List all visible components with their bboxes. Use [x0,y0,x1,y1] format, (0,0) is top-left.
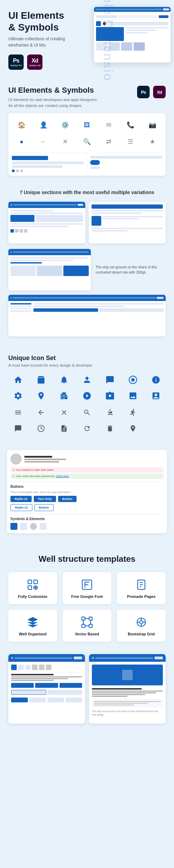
svg-rect-2 [132,379,134,381]
icon-home: 🏠 [12,119,32,131]
card3-text-aside: The ship set ground on the share of this… [94,249,166,291]
btn-radio-1[interactable]: Radio UI [10,496,32,502]
big-icon-user [77,373,97,387]
btn-text-1[interactable]: Text Only [34,496,56,502]
well-structure-title: Well structure templates [8,554,166,564]
pline2 [10,212,83,214]
bar3 [13,297,156,299]
feature-well-organized: Well Organized [8,610,57,642]
line-a [126,27,168,28]
dot3 [10,297,12,299]
big-icon-chat [100,373,120,387]
badge-photoshop: Ps Adobe Ps [8,55,24,70]
big-icon-search [77,406,97,419]
form-preview: ⚠ You content is older than video ✓ Your… [7,450,167,533]
btn-button-2[interactable]: Button [34,504,54,511]
ig1 [11,698,28,702]
bottom-card-left [8,654,85,724]
mini-top-row [11,665,82,670]
symbols-label: Symbols & Elements [10,517,164,521]
c3g3 [63,266,89,276]
toggle-on [90,160,100,165]
sep2 [10,514,164,514]
notif-link[interactable]: Click Here [56,475,69,478]
ps-icon-2: Ps [141,90,146,95]
pbox-gray [35,215,83,222]
btn-button-1[interactable]: Button [58,496,77,502]
bar1 [13,204,77,206]
c2-text-col [102,216,163,226]
icon-row-top: 🏠 👤 ⚙️ 🖼 ✉ 📞 📷 ● ← ✕ 🔍 ⇄ ☰ ★ [12,117,162,153]
icon-search: 🔍 [77,136,97,147]
c3g2 [37,266,62,276]
section2-text: UI Elements & Symbols UI elements for we… [8,86,134,113]
section2-badges: Ps Xd [137,86,166,98]
c3l2 [10,260,73,261]
cbtn1 [33,308,98,312]
form-section: ⚠ You content is older than video ✓ Your… [0,444,174,544]
c3-grid [10,266,89,276]
unique-text: 7 Unique sections with the most useful m… [8,189,166,196]
mt1 [11,665,17,670]
card2-body [89,202,166,235]
hbtn1 [74,657,82,659]
bootstrap-grid-icon [135,615,148,629]
icon-back: ← [34,136,54,147]
line-c [126,32,148,33]
big-blue-block [92,665,163,685]
big-icon-extra2 [146,422,166,435]
s-icon3 [19,229,23,233]
svg-rect-6 [34,580,38,584]
mockup-sep [96,19,168,20]
feature-label-6: Bootstrap Grid [128,632,155,636]
pline4 [10,226,69,227]
c2l6 [92,230,127,232]
hero-section: UI Elements & Symbols Ultimate collectio… [0,0,174,82]
ml1 [11,676,82,677]
icon-row-3 [8,406,166,419]
s-icon4 [24,229,27,233]
icon-row-1 [8,373,166,387]
ig2 [29,698,46,702]
big-icon-refresh [77,422,97,435]
form-right [87,156,163,172]
unique-text-bold: 7 Unique sections with the most useful m… [20,190,155,195]
m2 [33,306,125,307]
mockup-line-1 [96,15,117,18]
ui-elements-preview: 🏠 👤 ⚙️ 🖼 ✉ 📞 📷 ● ← ✕ 🔍 ⇄ ☰ ★ [8,113,166,176]
mockup-row-2 [96,21,168,26]
icon-grid-top: 🏠 👤 ⚙️ 🖼 ✉ 📞 📷 [12,117,162,133]
svg-rect-5 [28,580,32,584]
small-icons-row [10,229,83,233]
mini-icon-grid [11,698,82,702]
form-header-1 [12,156,48,160]
unique-section: 7 Unique sections with the most useful m… [0,189,174,348]
big-icon-placeholder2 [146,406,166,419]
thumb-4 [134,42,145,51]
sym2 [20,523,27,530]
svg-rect-17 [89,617,92,620]
c2l5 [92,228,163,229]
prow1 [10,215,83,222]
big-icon-building [54,389,74,403]
mt3 [25,665,31,670]
icon-section-sub: A must have iconset for every design & d… [8,363,166,367]
mockup-line-2 [118,15,158,18]
right-caption: The ship set ground on the share of this… [92,710,163,717]
svg-rect-18 [82,624,85,627]
preview-row-2: The ship set ground on the share of this… [8,249,166,291]
mini-btn-row-1 [11,683,82,688]
btn-radio-2[interactable]: Radio UI [10,504,32,511]
feature-label-5: Vector Based [75,632,99,636]
feature-label-1: Fully Customize [18,594,47,599]
feature-bootstrap-grid: Bootstrap Grid [117,610,166,642]
icon-camera: 📷 [142,119,162,131]
big-icon-doc [54,422,74,435]
section2-badge-xd: Xd [153,86,166,98]
preview-card-2 [89,202,166,243]
bottom-preview-section: The ship set ground on the share of this… [0,649,174,734]
aside-text: The ship set ground on the share of this… [96,265,164,275]
nav-bar [95,9,162,10]
btn3 [157,297,164,299]
bottom-card-right-header [89,654,166,662]
